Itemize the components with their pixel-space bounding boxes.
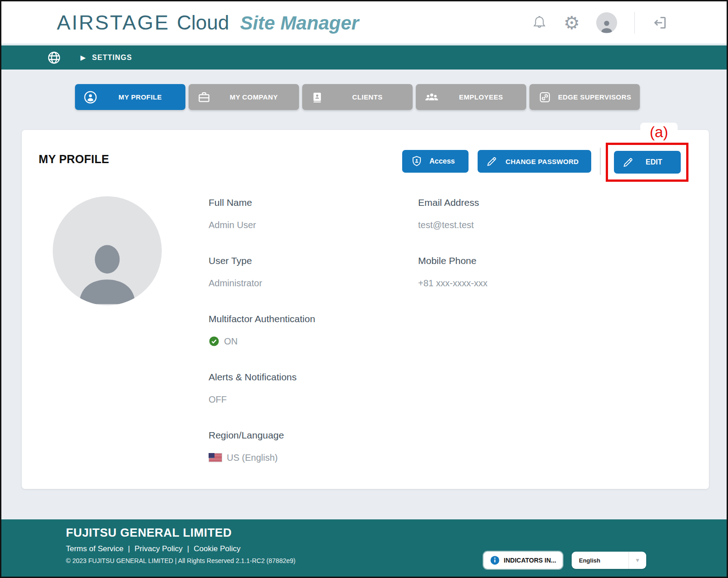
field-label: User Type	[209, 254, 315, 268]
field-value: ON	[224, 335, 238, 348]
globe-icon[interactable]	[47, 50, 61, 65]
tab-my-profile[interactable]: MY PROFILE	[75, 84, 185, 110]
field-label: Full Name	[209, 196, 315, 209]
tab-label: EMPLOYEES	[459, 93, 503, 101]
us-flag-icon	[209, 453, 222, 462]
header-divider	[634, 12, 635, 34]
field-email: Email Address test@test.test	[418, 196, 488, 231]
indicators-button-label: INDICATORS IN...	[504, 557, 556, 564]
footer-link-terms[interactable]: Terms of Service	[66, 544, 124, 553]
clients-tab-icon	[311, 91, 324, 104]
tab-label: MY PROFILE	[119, 93, 162, 101]
employees-tab-icon	[424, 90, 439, 104]
annotation-a-label: (a)	[636, 124, 682, 141]
edge-supervisors-tab-icon	[538, 90, 552, 104]
change-password-button-label: CHANGE PASSWORD	[506, 158, 579, 165]
logo-cloud-text: Cloud	[177, 11, 229, 34]
access-button[interactable]: Access	[402, 150, 469, 173]
field-label: Email Address	[418, 196, 488, 209]
field-value: test@test.test	[418, 219, 488, 231]
footer-link-cookie[interactable]: Cookie Policy	[194, 544, 240, 553]
field-region-language: Region/Language US (English)	[209, 429, 315, 464]
footer-separator: |	[128, 544, 130, 553]
field-full-name: Full Name Admin User	[209, 196, 315, 231]
logo-brand-text: AIRSTAGE	[57, 11, 170, 35]
bell-icon[interactable]	[532, 15, 547, 30]
footer-separator: |	[187, 544, 189, 553]
field-mobile-phone: Mobile Phone +81 xxx-xxxx-xxx	[418, 254, 488, 289]
pencil-icon	[486, 155, 498, 168]
field-value: Admin User	[209, 219, 315, 231]
check-circle-icon	[209, 336, 219, 347]
field-label: Mobile Phone	[418, 254, 488, 268]
tab-edge-supervisors[interactable]: EDGE SUPERVISORS	[529, 84, 640, 110]
header-icon-group: ⚙	[532, 12, 668, 34]
company-tab-icon	[197, 90, 211, 104]
logo-product-text: Site Manager	[240, 12, 359, 34]
profile-avatar	[53, 196, 162, 305]
page-title: MY PROFILE	[39, 153, 109, 166]
fields-column-left: Full Name Admin User User Type Administr…	[209, 196, 315, 487]
field-label: Region/Language	[209, 429, 315, 442]
profile-tab-icon	[84, 90, 97, 104]
edit-button-label: EDIT	[646, 158, 662, 166]
language-selected-value: English	[572, 557, 628, 564]
app-header: AIRSTAGE Cloud Site Manager ⚙	[1, 1, 727, 45]
field-value: +81 xxx-xxxx-xxx	[418, 277, 488, 289]
field-user-type: User Type Administrator	[209, 254, 315, 289]
tab-label: MY COMPANY	[230, 93, 278, 101]
gear-icon[interactable]: ⚙	[563, 14, 580, 32]
change-password-button[interactable]: CHANGE PASSWORD	[478, 150, 591, 173]
access-button-label: Access	[429, 157, 455, 165]
footer-company-name: FUJITSU GENERAL LIMITED	[66, 526, 727, 540]
field-value: Administrator	[209, 277, 315, 289]
annotation-red-box: EDIT	[606, 143, 688, 182]
app-logo: AIRSTAGE Cloud Site Manager	[57, 11, 359, 35]
app-window: AIRSTAGE Cloud Site Manager ⚙	[0, 0, 728, 578]
info-icon	[490, 555, 500, 565]
tab-bar: MY PROFILE MY COMPANY CLIENTS	[75, 84, 640, 110]
breadcrumb-bar: ▶ SETTINGS	[1, 45, 727, 70]
edit-button[interactable]: EDIT	[614, 151, 681, 174]
field-value: US (English)	[227, 451, 278, 464]
logout-icon[interactable]	[652, 15, 668, 30]
tab-my-company[interactable]: MY COMPANY	[189, 84, 299, 110]
indicators-info-button[interactable]: INDICATORS IN...	[484, 552, 563, 569]
tab-employees[interactable]: EMPLOYEES	[416, 84, 526, 110]
field-value: OFF	[209, 393, 315, 406]
app-footer: FUJITSU GENERAL LIMITED Terms of Service…	[1, 519, 727, 577]
breadcrumb-arrow-icon: ▶	[80, 54, 86, 62]
field-mfa: Multifactor Authentication ON	[209, 312, 315, 348]
language-dropdown[interactable]: English ▼	[572, 552, 646, 569]
actions-divider	[600, 148, 601, 175]
footer-link-privacy[interactable]: Privacy Policy	[135, 544, 183, 553]
pencil-icon	[622, 156, 634, 169]
field-label: Multifactor Authentication	[209, 312, 315, 326]
fields-column-right: Email Address test@test.test Mobile Phon…	[418, 196, 488, 312]
field-label: Alerts & Notifications	[209, 370, 315, 384]
breadcrumb-settings[interactable]: SETTINGS	[92, 54, 132, 62]
field-alerts: Alerts & Notifications OFF	[209, 370, 315, 406]
tab-label: EDGE SUPERVISORS	[558, 93, 631, 101]
user-avatar-icon[interactable]	[596, 12, 617, 33]
access-shield-icon	[410, 155, 423, 168]
tab-label: CLIENTS	[352, 93, 383, 101]
my-profile-card: (a) MY PROFILE Access CHANGE PASSWORD	[22, 130, 709, 489]
chevron-down-icon: ▼	[628, 552, 646, 569]
footer-actions: INDICATORS IN... English ▼	[484, 552, 646, 569]
tab-clients[interactable]: CLIENTS	[302, 84, 413, 110]
